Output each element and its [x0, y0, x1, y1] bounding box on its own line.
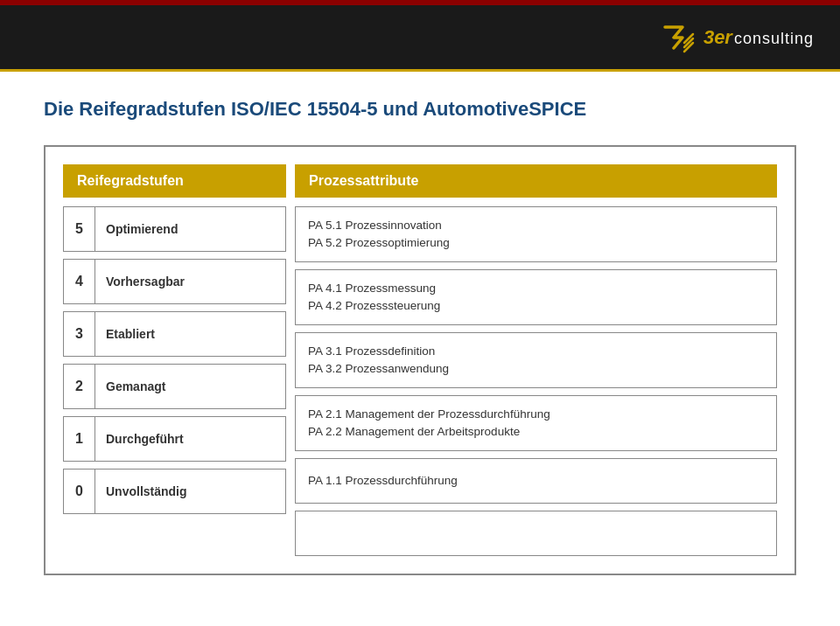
header: 3er consulting	[0, 5, 840, 69]
level-5-number: 5	[64, 207, 95, 251]
level-4-attr-2: PA 4.2 Prozesssteuerung	[308, 297, 764, 315]
level-4-label: Vorhersagbar	[95, 268, 195, 296]
level-1-label: Durchgeführt	[95, 425, 194, 453]
level-2-number: 2	[64, 365, 95, 408]
level-1-attr-1: PA 1.1 Prozessdurchführung	[308, 472, 764, 490]
table-grid: Reifegradstufen 5 Optimierend 4 Vorhersa…	[63, 164, 777, 556]
right-column: Prozessattribute PA 5.1 Prozessinnovatio…	[290, 164, 777, 556]
main-content: Die Reifegradstufen ISO/IEC 15504-5 und …	[0, 72, 840, 593]
level-5-attr-2: PA 5.2 Prozessoptimierung	[308, 234, 764, 252]
left-column: Reifegradstufen 5 Optimierend 4 Vorhersa…	[63, 164, 290, 556]
col-header-right: Prozessattribute	[295, 164, 777, 198]
logo-prefix: 3er	[704, 26, 732, 49]
level-5-left: 5 Optimierend	[63, 206, 286, 252]
logo: 3er consulting	[658, 18, 814, 57]
level-1-right: PA 1.1 Prozessdurchführung	[295, 458, 777, 504]
level-3-label: Etabliert	[95, 320, 165, 348]
level-2-right: PA 2.1 Management der Prozessdurchführun…	[295, 395, 777, 451]
level-1-left: 1 Durchgeführt	[63, 416, 286, 462]
level-4-attr-1: PA 4.1 Prozessmessung	[308, 280, 764, 297]
level-4-number: 4	[64, 260, 95, 303]
level-4-right: PA 4.1 Prozessmessung PA 4.2 Prozesssteu…	[295, 269, 777, 325]
maturity-table: Reifegradstufen 5 Optimierend 4 Vorhersa…	[44, 145, 796, 575]
logo-icon	[658, 18, 696, 57]
col-header-left: Reifegradstufen	[63, 164, 286, 198]
level-3-right: PA 3.1 Prozessdefinition PA 3.2 Prozessa…	[295, 332, 777, 388]
right-col-cells: PA 5.1 Prozessinnovation PA 5.2 Prozesso…	[295, 206, 777, 556]
level-3-attr-1: PA 3.1 Prozessdefinition	[308, 343, 764, 360]
level-4-left: 4 Vorhersagbar	[63, 259, 286, 304]
level-2-attr-1: PA 2.1 Management der Prozessdurchführun…	[308, 406, 764, 423]
left-col-cells: 5 Optimierend 4 Vorhersagbar 3 Etabliert…	[63, 206, 286, 514]
level-1-number: 1	[64, 417, 95, 461]
level-3-number: 3	[64, 312, 95, 356]
logo-suffix: consulting	[734, 30, 814, 48]
level-2-left: 2 Gemanagt	[63, 364, 286, 409]
page-title: Die Reifegradstufen ISO/IEC 15504-5 und …	[44, 98, 796, 121]
level-0-number: 0	[64, 470, 95, 513]
level-2-label: Gemanagt	[95, 372, 176, 400]
level-5-label: Optimierend	[95, 215, 188, 243]
level-2-attr-2: PA 2.2 Management der Arbeitsprodukte	[308, 423, 764, 441]
level-3-attr-2: PA 3.2 Prozessanwendung	[308, 360, 764, 378]
level-0-left: 0 Unvollständig	[63, 469, 286, 514]
level-3-left: 3 Etabliert	[63, 311, 286, 357]
level-0-right	[295, 511, 777, 556]
level-5-attr-1: PA 5.1 Prozessinnovation	[308, 217, 764, 234]
level-5-right: PA 5.1 Prozessinnovation PA 5.2 Prozesso…	[295, 206, 777, 262]
level-0-label: Unvollständig	[95, 477, 198, 505]
logo-text: 3er consulting	[704, 26, 814, 49]
